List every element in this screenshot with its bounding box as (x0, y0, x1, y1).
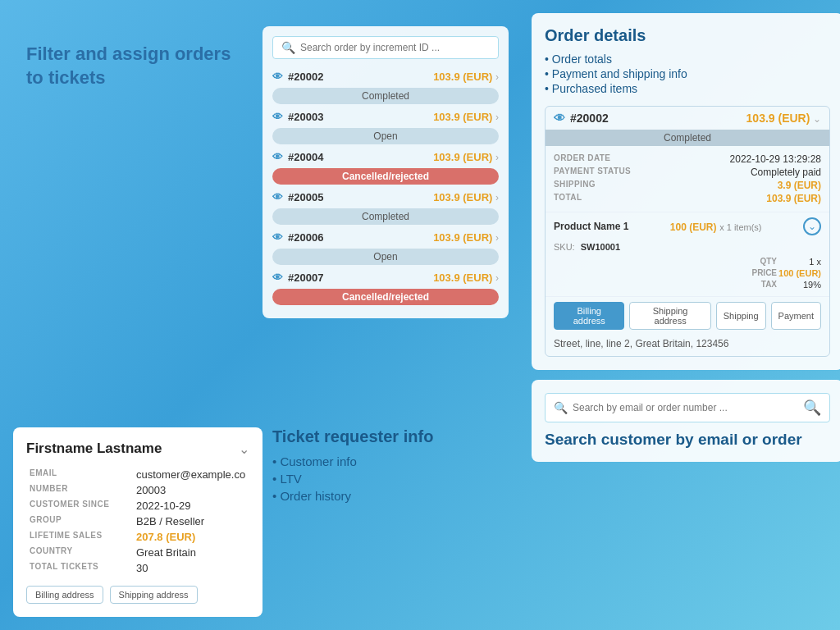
status-bar: Open (272, 249, 499, 265)
billing-tab-button[interactable]: Billing address (554, 302, 624, 330)
status-bar: Completed (272, 88, 499, 104)
qty-label: QTY (751, 257, 777, 267)
shipping-value: 3.9 (EUR) (778, 180, 821, 191)
order-id: 👁#20006 (272, 231, 323, 244)
since-label: CUSTOMER SINCE (26, 498, 133, 514)
eye-icon: 👁 (272, 71, 283, 83)
email-value: customer@example.co (133, 467, 249, 482)
order-amount: 103.9 (EUR) (433, 71, 492, 83)
eye-icon: 👁 (272, 111, 283, 123)
expand-product-button[interactable]: ⌄ (803, 217, 821, 235)
order-row[interactable]: 👁#20007103.9 (EUR) › (272, 268, 499, 287)
customer-panel: Firstname Lastname ⌄ EMAIL customer@exam… (13, 427, 262, 617)
billing-address-button[interactable]: Billing address (26, 586, 103, 604)
filter-title: Filter and assign orders to tickets (26, 26, 246, 89)
product-name: Product Name 1 (554, 221, 628, 232)
eye-icon: 👁 (272, 191, 283, 203)
order-date-label: ORDER DATE (554, 153, 610, 165)
chevron-down-icon-card[interactable]: ⌄ (813, 113, 821, 125)
product-row: Product Name 1 100 (EUR) x 1 item(s) ⌄ (546, 212, 829, 240)
search-customer-label: Search customer by email or order (545, 431, 830, 449)
total-value: 103.9 (EUR) (766, 193, 821, 204)
requester-item: Order history (272, 487, 522, 504)
address-tabs: Billing address Shipping address Shippin… (546, 296, 829, 335)
number-value: 20003 (133, 482, 249, 498)
requester-item: Customer info (272, 453, 522, 470)
order-details-panel: Order details Order totalsPayment and sh… (532, 13, 840, 370)
order-details-list: Order totalsPayment and shipping infoPur… (545, 52, 830, 96)
shipping-method-tab-button[interactable]: Shipping (716, 302, 766, 330)
order-row[interactable]: 👁#20005103.9 (EUR) › (272, 188, 499, 207)
eye-icon: 👁 (272, 231, 283, 244)
order-details-item: Payment and shipping info (545, 66, 830, 81)
total-label: TOTAL (554, 193, 582, 204)
order-amount: 103.9 (EUR) (433, 151, 492, 163)
order-search-input[interactable] (300, 42, 490, 53)
search-submit-button[interactable]: 🔍 (803, 399, 821, 417)
requester-list: Customer infoLTVOrder history (272, 453, 522, 504)
address-text: Street, line, line 2, Great Britain, 123… (546, 335, 829, 356)
group-value: B2B / Reseller (133, 514, 249, 529)
order-id: 👁#20005 (272, 191, 323, 203)
order-card-status: Completed (546, 130, 829, 146)
country-label: COUNTRY (26, 545, 133, 560)
orders-list: 👁#20002103.9 (EUR) ›Completed👁#20003103.… (272, 67, 499, 305)
sku-row: SKU: SW10001 (546, 240, 829, 255)
orders-list-container: 🔍 👁#20002103.9 (EUR) ›Completed👁#2000310… (262, 26, 509, 318)
requester-item: LTV (272, 470, 522, 487)
lifetime-label: LIFETIME SALES (26, 529, 133, 545)
number-label: NUMBER (26, 482, 133, 498)
price-label: PRICE (751, 268, 777, 278)
product-price: 100 (EUR) x 1 item(s) (670, 221, 762, 233)
customer-search-input[interactable] (573, 402, 803, 413)
order-search-box[interactable]: 🔍 (272, 36, 499, 59)
customer-name: Firstname Lastname (26, 441, 162, 457)
order-amount: 103.9 (EUR) (433, 191, 492, 203)
order-id: 👁#20003 (272, 111, 323, 123)
payment-tab-button[interactable]: Payment (771, 302, 821, 330)
qty-value: 1 x (778, 257, 821, 267)
order-date-value: 2022-10-29 13:29:28 (730, 153, 821, 165)
chevron-right-icon: › (495, 232, 499, 244)
chevron-right-icon: › (495, 272, 499, 284)
shipping-address-button[interactable]: Shipping address (110, 586, 198, 604)
shipping-tab-button[interactable]: Shipping address (629, 302, 710, 330)
email-label: EMAIL (26, 467, 133, 482)
order-amount: 103.9 (EUR) (433, 111, 492, 123)
order-details-item: Purchased items (545, 81, 830, 96)
order-id: 👁#20004 (272, 151, 323, 163)
order-details-item: Order totals (545, 52, 830, 66)
status-bar: Open (272, 128, 499, 144)
eye-icon: 👁 (554, 112, 565, 125)
lifetime-value: 207.8 (EUR) (133, 529, 249, 545)
order-row[interactable]: 👁#20004103.9 (EUR) › (272, 148, 499, 167)
tickets-label: TOTAL TICKETS (26, 560, 133, 576)
status-bar: Cancelled/rejected (272, 289, 499, 305)
customer-info-table: EMAIL customer@example.co NUMBER 20003 C… (26, 467, 249, 576)
chevron-down-icon[interactable]: ⌄ (239, 441, 249, 457)
shipping-label: SHIPPING (554, 180, 596, 191)
since-value: 2022-10-29 (133, 498, 249, 514)
tax-value: 19% (778, 280, 821, 290)
order-row[interactable]: 👁#20002103.9 (EUR) › (272, 67, 499, 86)
tickets-value: 30 (133, 560, 249, 576)
country-value: Great Britain (133, 545, 249, 560)
requester-title: Ticket requester info (272, 427, 522, 446)
order-card-id: 👁 #20002 (554, 112, 609, 125)
payment-status-value: Completely paid (751, 167, 821, 178)
price-value: 100 (EUR) (778, 268, 821, 278)
tax-label: TAX (751, 280, 777, 290)
qty-price-tax-grid: QTY 1 x PRICE 100 (EUR) TAX 19% (546, 255, 829, 296)
order-id: 👁#20002 (272, 71, 323, 83)
chevron-right-icon: › (495, 112, 499, 123)
order-id: 👁#20007 (272, 272, 323, 284)
eye-icon: 👁 (272, 272, 283, 284)
order-details-title: Order details (545, 26, 830, 45)
customer-address-buttons: Billing address Shipping address (26, 586, 249, 604)
order-row[interactable]: 👁#20003103.9 (EUR) › (272, 107, 499, 126)
status-bar: Cancelled/rejected (272, 168, 499, 185)
eye-icon: 👁 (272, 151, 283, 163)
search-icon: 🔍 (281, 41, 295, 54)
order-row[interactable]: 👁#20006103.9 (EUR) › (272, 228, 499, 247)
search-icon-sm: 🔍 (554, 401, 568, 414)
